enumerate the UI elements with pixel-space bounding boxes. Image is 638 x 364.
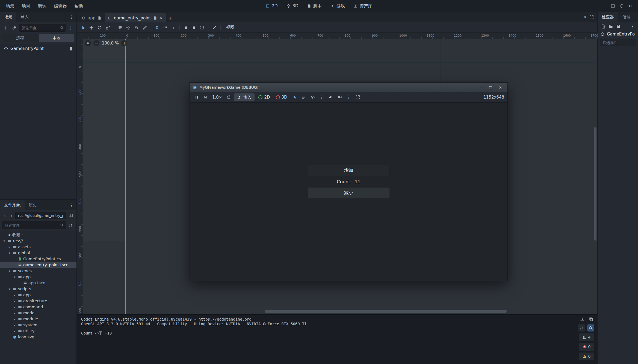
- current-path-input[interactable]: [15, 212, 66, 219]
- tab-signals[interactable]: 信号: [618, 12, 634, 22]
- input-mode-toggle[interactable]: 输入: [234, 93, 255, 101]
- file-sort-icon[interactable]: [67, 222, 74, 229]
- fs-item-res-root[interactable]: ▾res://: [0, 238, 76, 244]
- skeleton-options-icon[interactable]: [211, 24, 218, 31]
- fullscreen-icon[interactable]: [354, 94, 361, 101]
- chevron-down-icon[interactable]: ▾: [7, 269, 11, 273]
- workspace-script[interactable]: 脚本: [304, 2, 325, 11]
- chevron-right-icon[interactable]: ▸: [13, 317, 17, 321]
- grid-snap-icon[interactable]: [161, 24, 169, 31]
- chevron-down-icon[interactable]: ▾: [13, 275, 17, 279]
- fs-item-scripts-app[interactable]: ▸app: [0, 292, 76, 298]
- zoom-out-button[interactable]: −: [93, 40, 99, 46]
- save-resource-icon[interactable]: [616, 24, 621, 29]
- fs-item-command[interactable]: ▸command: [0, 304, 76, 310]
- filter-nodes-field[interactable]: [21, 25, 59, 30]
- chevron-down-icon[interactable]: ▾: [2, 239, 6, 243]
- filter-nodes-input[interactable]: [19, 24, 66, 32]
- suspend-game-icon[interactable]: [193, 94, 200, 101]
- filter-options-icon[interactable]: [578, 324, 585, 332]
- filter-files-input[interactable]: [2, 221, 66, 229]
- add-node-button[interactable]: +: [2, 24, 9, 31]
- selection-list-icon[interactable]: [300, 94, 307, 101]
- mode-2d-toggle[interactable]: 2D: [256, 95, 272, 100]
- search-icon[interactable]: [587, 324, 594, 332]
- attached-script-icon[interactable]: [69, 46, 73, 51]
- filter-properties-field[interactable]: [602, 40, 634, 45]
- history-forward-button[interactable]: ›: [9, 212, 14, 219]
- fs-item-system[interactable]: ▸system: [0, 322, 76, 328]
- remote-button[interactable]: 远程: [2, 34, 38, 42]
- rotate-tool-icon[interactable]: [96, 24, 104, 31]
- select-tool-icon[interactable]: [79, 24, 87, 31]
- chevron-down-icon[interactable]: ▾: [7, 287, 11, 291]
- workspace-2d[interactable]: 2D: [262, 2, 281, 10]
- fs-item-favorites[interactable]: ★收藏：: [0, 232, 76, 238]
- distraction-free-icon[interactable]: [589, 15, 594, 19]
- tab-import[interactable]: 导入: [16, 12, 33, 22]
- path-field[interactable]: [17, 213, 64, 218]
- group-icon[interactable]: [198, 24, 206, 31]
- local-button[interactable]: 本地: [39, 34, 74, 42]
- fs-item-app-tscn[interactable]: app.tscn: [0, 280, 76, 286]
- fs-item-module[interactable]: ▸module: [0, 316, 76, 322]
- increase-button[interactable]: 增加: [308, 165, 390, 176]
- scene-node-root[interactable]: GameEntryPoint: [0, 44, 76, 53]
- instance-scene-icon[interactable]: [11, 24, 18, 31]
- copy-icon[interactable]: [588, 316, 594, 322]
- chevron-right-icon[interactable]: ▸: [13, 329, 17, 333]
- kebab-icon[interactable]: ⋮: [67, 24, 74, 31]
- fs-item-assets[interactable]: ▸assets: [0, 244, 76, 250]
- workspace-assetlib[interactable]: 资产库: [350, 2, 376, 11]
- speed-label[interactable]: 1.0×: [211, 95, 223, 100]
- camera-override-icon[interactable]: [336, 94, 343, 101]
- next-frame-icon[interactable]: [202, 94, 209, 101]
- movie-maker-icon[interactable]: [611, 4, 615, 8]
- ruler-tool-icon[interactable]: [141, 24, 149, 31]
- fs-item-icon-svg[interactable]: icon.svg: [0, 334, 76, 340]
- fs-item-model[interactable]: ▸model: [0, 310, 76, 316]
- save-log-icon[interactable]: [579, 316, 586, 322]
- scene-tab-app[interactable]: app: [78, 13, 105, 22]
- selection-list-icon[interactable]: [116, 24, 124, 31]
- new-resource-icon[interactable]: [601, 24, 605, 29]
- inspected-node-row[interactable]: GameEntryPoint...: [598, 31, 638, 37]
- filter-properties-input[interactable]: [600, 39, 636, 46]
- history-back-button[interactable]: ‹: [2, 212, 8, 219]
- vertical-scrollbar[interactable]: [594, 127, 596, 241]
- fs-item-architecture[interactable]: ▸architecture: [0, 298, 76, 304]
- filter-files-field[interactable]: [4, 223, 59, 228]
- kebab-icon[interactable]: ⋮: [318, 94, 325, 101]
- menu-help[interactable]: 帮助: [71, 2, 87, 11]
- reset-speed-icon[interactable]: [225, 94, 232, 101]
- select-mode-icon[interactable]: [291, 94, 298, 101]
- visibility-icon[interactable]: [309, 94, 316, 101]
- new-scene-tab-button[interactable]: +: [166, 13, 175, 22]
- menu-scene[interactable]: 场景: [2, 2, 18, 11]
- mode-3d-toggle[interactable]: 3D: [274, 95, 289, 100]
- scene-tabs-menu-icon[interactable]: ▾: [584, 15, 586, 19]
- chevron-right-icon[interactable]: ▸: [13, 305, 17, 309]
- minimize-button[interactable]: —: [476, 84, 485, 91]
- reload-icon[interactable]: [619, 4, 624, 8]
- kebab-icon[interactable]: ⋮: [630, 24, 635, 29]
- fs-item-game-entry-point-tscn[interactable]: game_entry_point.tscn: [0, 262, 76, 268]
- game-window-titlebar[interactable]: MyGFrameworkGame (DEBUG) — □ ×: [190, 83, 507, 92]
- menu-debug[interactable]: 调试: [34, 2, 50, 11]
- tab-scene[interactable]: 场景: [0, 12, 16, 22]
- workspace-game[interactable]: 游戏: [327, 2, 348, 11]
- zoom-in-button[interactable]: +: [121, 40, 127, 46]
- pan-tool-icon[interactable]: [133, 24, 140, 31]
- chevron-right-icon[interactable]: ▸: [13, 293, 17, 297]
- menu-project[interactable]: 项目: [18, 2, 34, 11]
- pause-icon[interactable]: [628, 4, 633, 8]
- fs-item-global[interactable]: ▾global: [0, 250, 76, 256]
- chevron-right-icon[interactable]: ▸: [13, 323, 17, 327]
- messages-badge[interactable]: 4: [579, 333, 594, 341]
- fs-item-scripts[interactable]: ▾scripts: [0, 286, 76, 292]
- tab-history[interactable]: 历史: [25, 200, 41, 210]
- unlock-icon[interactable]: [190, 24, 198, 31]
- maximize-button[interactable]: □: [486, 84, 495, 91]
- kebab-icon[interactable]: ⋮: [67, 12, 76, 22]
- decrease-button[interactable]: 减少: [308, 187, 390, 199]
